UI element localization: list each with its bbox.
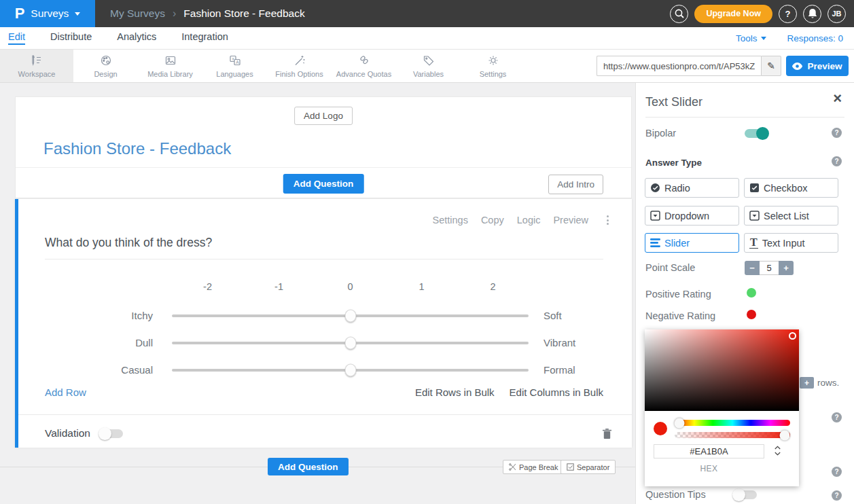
point-scale-minus-button[interactable]: − — [745, 261, 760, 275]
toolbar-item-finish-options[interactable]: Finish Options — [267, 50, 332, 82]
row-right-label[interactable]: Soft — [544, 310, 562, 321]
alpha-slider[interactable] — [675, 432, 790, 438]
slider-bars-icon — [650, 238, 660, 247]
product-switcher[interactable]: P Surveys — [0, 0, 95, 27]
questionpro-logo-icon: P — [15, 6, 25, 21]
toolbar-item-workspace[interactable]: Workspace — [0, 50, 73, 82]
survey-url-input[interactable] — [597, 56, 761, 76]
separator-button[interactable]: Separator — [561, 460, 616, 474]
answer-type-radio[interactable]: Radio — [645, 178, 739, 198]
responses-count[interactable]: Responses: 0 — [787, 33, 843, 43]
add-question-button-top[interactable]: Add Question — [283, 174, 364, 194]
question-settings-link[interactable]: Settings — [432, 215, 467, 226]
breadcrumb-separator-icon: › — [173, 7, 176, 20]
question-tips-toggle[interactable] — [733, 490, 757, 499]
bipolar-toggle[interactable] — [745, 129, 768, 138]
question-preview-link[interactable]: Preview — [553, 215, 588, 226]
row-right-label[interactable]: Formal — [544, 364, 575, 376]
delete-question-button[interactable] — [603, 429, 611, 439]
search-icon — [675, 9, 684, 18]
separator-label: Separator — [577, 463, 609, 471]
question-logic-link[interactable]: Logic — [517, 215, 541, 226]
toolbar-item-design[interactable]: Design — [73, 50, 138, 82]
rows-plus-button[interactable]: + — [800, 377, 814, 389]
answer-type-dropdown[interactable]: Dropdown — [645, 206, 739, 226]
answer-type-text-input[interactable]: T Text Input — [744, 233, 838, 253]
alpha-slider-handle[interactable] — [780, 430, 790, 440]
gear-icon — [486, 54, 500, 67]
bulk-links: Edit Rows in Bulk Edit Columns in Bulk — [415, 386, 603, 398]
row-left-label[interactable]: Dull — [18, 337, 153, 348]
slider-track[interactable] — [172, 342, 529, 344]
survey-title[interactable]: Fashion Store - Feedback — [43, 139, 231, 158]
toolbar-item-languages[interactable]: xA Languages — [202, 50, 267, 82]
row-right-label[interactable]: Vibrant — [544, 337, 575, 348]
question-text[interactable]: What do you think of the dress? — [45, 236, 603, 259]
color-saturation-area[interactable] — [645, 329, 799, 411]
answer-type-help-icon[interactable]: ? — [832, 156, 842, 166]
avatar[interactable]: JB — [828, 5, 846, 23]
toolbar-item-media-library[interactable]: Media Library — [138, 50, 202, 82]
search-button[interactable] — [670, 5, 688, 23]
survey-canvas: Add Logo Fashion Store - Feedback Add Qu… — [0, 83, 635, 504]
tab-edit[interactable]: Edit — [8, 31, 25, 45]
editor-toolbar: Workspace Design Media Library xA Langua… — [0, 50, 854, 83]
hex-color-input[interactable] — [654, 444, 764, 458]
edit-columns-bulk-link[interactable]: Edit Columns in Bulk — [510, 386, 603, 398]
toolbar-item-advance-quotas[interactable]: Advance Quotas — [332, 50, 396, 82]
slider-handle[interactable] — [344, 310, 356, 323]
answer-type-label-text: Radio — [664, 183, 690, 194]
tools-menu[interactable]: Tools — [736, 33, 767, 43]
tab-analytics[interactable]: Analytics — [117, 31, 156, 45]
toolbar-item-variables[interactable]: Variables — [396, 50, 461, 82]
tab-integration[interactable]: Integration — [181, 31, 228, 45]
survey-url-group: ✎ — [597, 56, 781, 76]
point-scale-plus-button[interactable]: + — [779, 261, 794, 275]
answer-type-select-list[interactable]: Select List — [744, 206, 838, 226]
toolbar-item-label: Finish Options — [275, 70, 323, 78]
color-saturation-cursor[interactable] — [789, 332, 796, 340]
help-icon[interactable]: ? — [832, 467, 842, 477]
add-row-link[interactable]: Add Row — [45, 386, 86, 398]
preview-button[interactable]: Preview — [786, 56, 849, 76]
breadcrumb-my-surveys[interactable]: My Surveys — [110, 7, 165, 20]
add-intro-button[interactable]: Add Intro — [548, 175, 603, 194]
page-break-button[interactable]: Page Break — [503, 460, 564, 474]
help-icon[interactable]: ? — [832, 490, 842, 501]
positive-rating-color-swatch[interactable] — [747, 288, 756, 298]
question-more-menu[interactable] — [605, 214, 610, 226]
help-icon[interactable]: ? — [832, 412, 842, 422]
upgrade-now-button[interactable]: Upgrade Now — [694, 5, 772, 23]
slider-track[interactable] — [172, 314, 529, 317]
add-question-button-bottom[interactable]: Add Question — [268, 458, 349, 475]
question-copy-link[interactable]: Copy — [481, 215, 504, 226]
row-left-label[interactable]: Itchy — [18, 310, 153, 321]
slider-handle[interactable] — [344, 337, 356, 350]
point-scale-input[interactable] — [760, 261, 779, 275]
close-icon[interactable]: × — [833, 91, 842, 106]
answer-type-slider[interactable]: Slider — [645, 233, 739, 253]
validation-label: Validation — [45, 427, 90, 439]
dot — [607, 215, 609, 217]
bipolar-help-icon[interactable]: ? — [832, 128, 842, 138]
main-area: Add Logo Fashion Store - Feedback Add Qu… — [0, 83, 854, 504]
answer-type-checkbox[interactable]: Checkbox — [744, 178, 838, 198]
edit-url-button[interactable]: ✎ — [761, 56, 781, 76]
slider-handle[interactable] — [344, 364, 356, 377]
add-logo-button[interactable]: Add Logo — [294, 107, 353, 125]
slider-track[interactable] — [172, 369, 529, 372]
edit-rows-bulk-link[interactable]: Edit Rows in Bulk — [415, 386, 495, 398]
row-left-label[interactable]: Casual — [18, 364, 153, 376]
notifications-button[interactable] — [803, 5, 821, 23]
positive-rating-label: Positive Rating — [645, 289, 711, 300]
color-mode-spinner[interactable] — [775, 446, 781, 456]
hue-slider[interactable] — [675, 420, 790, 426]
help-button[interactable]: ? — [779, 5, 797, 23]
validation-toggle[interactable] — [99, 429, 123, 438]
slider-row-dull-vibrant: Dull Vibrant — [18, 335, 632, 351]
hue-slider-handle[interactable] — [675, 418, 685, 428]
separator-checkbox-icon — [567, 463, 574, 471]
tab-distribute[interactable]: Distribute — [50, 31, 92, 45]
toolbar-item-settings[interactable]: Settings — [461, 50, 525, 82]
negative-rating-color-swatch[interactable] — [747, 310, 756, 319]
